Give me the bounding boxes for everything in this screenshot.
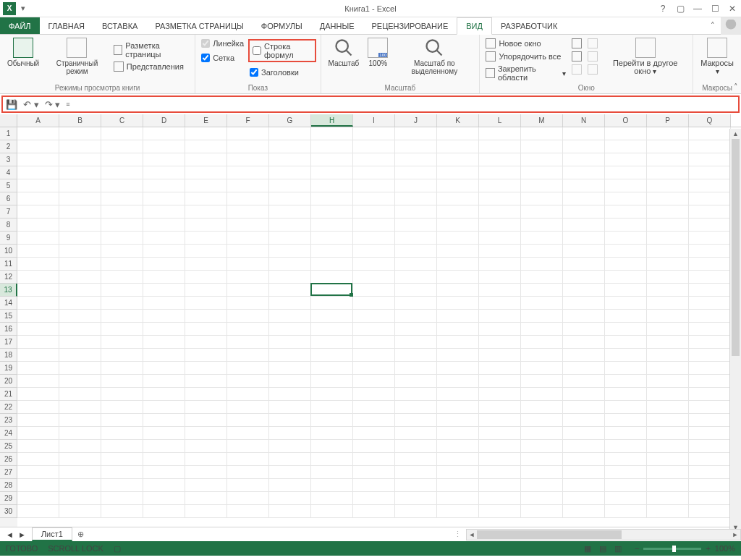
- cell[interactable]: [185, 427, 227, 440]
- cell[interactable]: [227, 192, 269, 205]
- cell[interactable]: [185, 140, 227, 153]
- row-header-12[interactable]: 12: [0, 271, 17, 284]
- cell[interactable]: [647, 219, 689, 232]
- cell[interactable]: [101, 127, 143, 140]
- cell[interactable]: [521, 349, 563, 362]
- column-header-G[interactable]: G: [269, 114, 311, 127]
- row-header-15[interactable]: 15: [0, 310, 17, 323]
- cell[interactable]: [479, 219, 521, 232]
- cell[interactable]: [395, 245, 437, 258]
- cell[interactable]: [143, 232, 185, 245]
- cell[interactable]: [437, 492, 479, 505]
- column-header-M[interactable]: M: [521, 114, 563, 127]
- cell[interactable]: [521, 427, 563, 440]
- cell[interactable]: [689, 505, 731, 518]
- cell[interactable]: [143, 362, 185, 375]
- cell[interactable]: [269, 427, 311, 440]
- cell[interactable]: [353, 310, 395, 323]
- cell[interactable]: [437, 232, 479, 245]
- cell[interactable]: [647, 245, 689, 258]
- cell[interactable]: [101, 375, 143, 388]
- cell[interactable]: [269, 401, 311, 414]
- cell[interactable]: [437, 192, 479, 205]
- cell[interactable]: [143, 336, 185, 349]
- cell[interactable]: [605, 258, 647, 271]
- cell[interactable]: [311, 440, 353, 453]
- cell[interactable]: [143, 219, 185, 232]
- sheet-nav-prev-icon[interactable]: ◄: [6, 530, 14, 539]
- cell[interactable]: [101, 245, 143, 258]
- cell[interactable]: [479, 258, 521, 271]
- cell[interactable]: [353, 192, 395, 205]
- cell[interactable]: [59, 375, 101, 388]
- cell[interactable]: [227, 271, 269, 284]
- cell[interactable]: [17, 401, 59, 414]
- tab-file[interactable]: ФАЙЛ: [0, 17, 40, 34]
- cell[interactable]: [269, 362, 311, 375]
- row-header-25[interactable]: 25: [0, 440, 17, 453]
- cell[interactable]: [647, 205, 689, 219]
- row-header-11[interactable]: 11: [0, 258, 17, 271]
- tab-insert[interactable]: ВСТАВКА: [93, 17, 146, 34]
- cell[interactable]: [563, 179, 605, 192]
- cell[interactable]: [311, 258, 353, 271]
- cell[interactable]: [521, 284, 563, 297]
- cell[interactable]: [59, 505, 101, 518]
- cell[interactable]: [479, 427, 521, 440]
- cell[interactable]: [101, 323, 143, 336]
- cell[interactable]: [185, 453, 227, 466]
- cell[interactable]: [479, 245, 521, 258]
- cell[interactable]: [59, 349, 101, 362]
- cell[interactable]: [353, 297, 395, 310]
- cell[interactable]: [647, 284, 689, 297]
- cell[interactable]: [437, 388, 479, 401]
- cell[interactable]: [59, 140, 101, 153]
- cell[interactable]: [437, 427, 479, 440]
- cell[interactable]: [227, 427, 269, 440]
- cell[interactable]: [59, 479, 101, 492]
- cell[interactable]: [521, 310, 563, 323]
- cell[interactable]: [479, 336, 521, 349]
- cell[interactable]: [605, 166, 647, 179]
- cell[interactable]: [563, 166, 605, 179]
- cell[interactable]: [101, 453, 143, 466]
- cell[interactable]: [311, 336, 353, 349]
- cell[interactable]: [647, 388, 689, 401]
- cell[interactable]: [227, 297, 269, 310]
- cell[interactable]: [395, 479, 437, 492]
- cell[interactable]: [563, 323, 605, 336]
- cell[interactable]: [647, 179, 689, 192]
- cell[interactable]: [479, 388, 521, 401]
- cell[interactable]: [605, 375, 647, 388]
- help-icon[interactable]: ?: [654, 4, 672, 14]
- cell[interactable]: [689, 388, 731, 401]
- cell[interactable]: [17, 453, 59, 466]
- cell[interactable]: [437, 297, 479, 310]
- cell[interactable]: [143, 271, 185, 284]
- cell[interactable]: [563, 453, 605, 466]
- cell[interactable]: [605, 323, 647, 336]
- cell[interactable]: [59, 336, 101, 349]
- cell[interactable]: [647, 440, 689, 453]
- cell[interactable]: [521, 297, 563, 310]
- cell[interactable]: [605, 466, 647, 479]
- cell[interactable]: [269, 232, 311, 245]
- cell[interactable]: [647, 271, 689, 284]
- cell[interactable]: [479, 414, 521, 427]
- cell[interactable]: [185, 153, 227, 166]
- cell[interactable]: [521, 179, 563, 192]
- cell[interactable]: [353, 401, 395, 414]
- cell[interactable]: [605, 453, 647, 466]
- cell[interactable]: [395, 127, 437, 140]
- cell[interactable]: [17, 205, 59, 219]
- cell[interactable]: [185, 127, 227, 140]
- cell[interactable]: [563, 297, 605, 310]
- cell[interactable]: [17, 479, 59, 492]
- cell[interactable]: [563, 271, 605, 284]
- user-avatar[interactable]: [721, 17, 741, 35]
- row-header-24[interactable]: 24: [0, 427, 17, 440]
- cell[interactable]: [647, 453, 689, 466]
- cell[interactable]: [227, 375, 269, 388]
- cell[interactable]: [143, 297, 185, 310]
- column-header-J[interactable]: J: [395, 114, 437, 127]
